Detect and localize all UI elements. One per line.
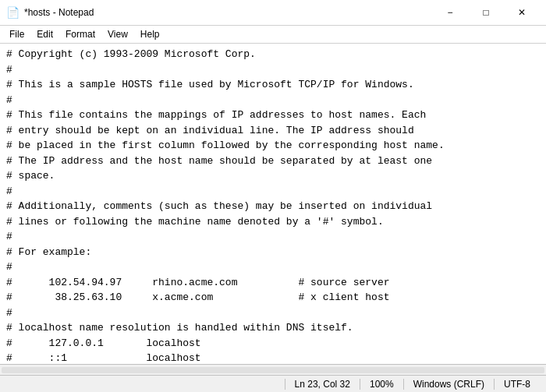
title-text: *hosts - Notepad [24,7,94,18]
status-zoom: 100% [360,379,403,390]
status-line-ending: Windows (CRLF) [403,379,494,390]
menu-bar: File Edit Format View Help [0,26,546,44]
menu-edit[interactable]: Edit [30,27,59,41]
menu-help[interactable]: Help [134,27,166,41]
maximize-button[interactable]: □ [468,5,504,20]
horizontal-scrollbar[interactable] [0,364,546,375]
minimize-button[interactable]: − [432,5,468,20]
close-button[interactable]: ✕ [504,5,540,20]
menu-view[interactable]: View [101,27,134,41]
scrollbar-track [2,367,544,373]
title-bar: 📄 *hosts - Notepad − □ ✕ [0,0,546,26]
menu-file[interactable]: File [3,27,30,41]
status-position: Ln 23, Col 32 [285,379,360,390]
status-encoding: UTF-8 [494,379,540,390]
title-bar-left: 📄 *hosts - Notepad [6,6,94,19]
editor-area[interactable]: # Copyright (c) 1993-2009 Microsoft Corp… [0,44,546,364]
status-bar: Ln 23, Col 32 100% Windows (CRLF) UTF-8 [0,375,546,392]
title-bar-controls: − □ ✕ [432,5,540,20]
menu-format[interactable]: Format [59,27,101,41]
app-icon: 📄 [6,6,20,19]
editor-content[interactable]: # Copyright (c) 1993-2009 Microsoft Corp… [0,44,546,364]
